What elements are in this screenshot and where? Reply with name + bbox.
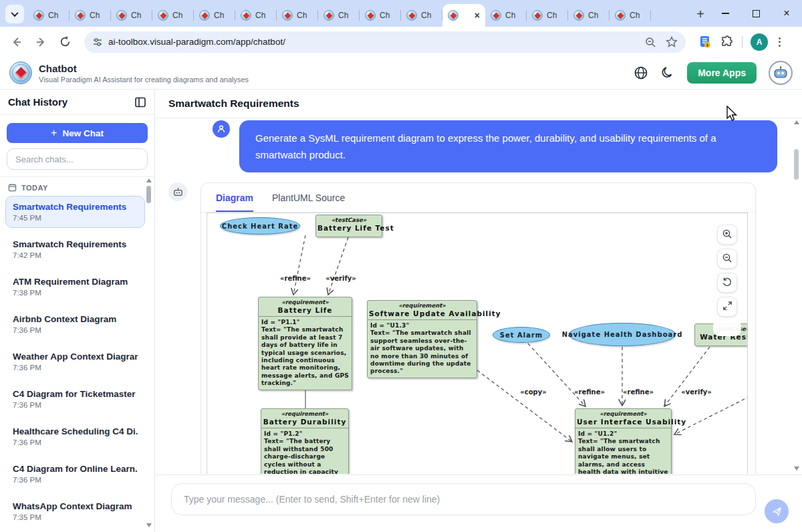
scroll-down-arrow-icon[interactable] [794, 467, 799, 471]
node-header: «requirement»Battery Durability [261, 409, 348, 428]
extensions-puzzle-icon[interactable] [720, 35, 734, 49]
chat-history-item[interactable]: ATM Requirement Diagram7:38 PM [5, 271, 145, 303]
node-body: Id = "U1.3"Text= "The smartwatch shall s… [368, 320, 477, 378]
chat-history-item[interactable]: Smartwatch Requirements7:45 PM [5, 196, 145, 228]
chat-item-title: WhatsApp Context Diagram [13, 501, 138, 511]
browser-tab-active[interactable]: × [442, 4, 485, 27]
testcase-battery-life-test[interactable]: «testCase»Battery Life Test [315, 215, 382, 237]
scroll-up-arrow-icon[interactable] [794, 120, 799, 124]
tab-strip: ChChChChChChChChChCh×ChChChCh [28, 0, 688, 27]
visual-paradigm-favicon [116, 10, 127, 21]
diagram-edge [328, 237, 348, 295]
browser-menu-button[interactable] [776, 35, 783, 49]
bookmark-star-icon[interactable] [666, 36, 678, 48]
app-header: Chatbot Visual Paradigm AI Assistant for… [0, 57, 802, 90]
more-apps-button[interactable]: More Apps [687, 62, 757, 84]
browser-tab[interactable]: Ch [485, 4, 527, 27]
usecase-check-heart-rate[interactable]: Check Heart Rate [220, 217, 300, 235]
sidebar-scrollbar[interactable] [145, 176, 153, 529]
collapse-sidebar-icon[interactable] [134, 96, 146, 108]
url-text[interactable]: ai-toolbox.visual-paradigm.com/app/chatb… [108, 37, 644, 47]
new-chat-button[interactable]: +New Chat [7, 123, 148, 143]
browser-tab[interactable]: Ch [568, 4, 610, 27]
tab-search-chevron-button[interactable] [5, 5, 24, 23]
user-message-bubble: Generate a SysML requirement diagram to … [239, 120, 777, 172]
browser-tab[interactable]: Ch [152, 4, 194, 27]
chat-history-item[interactable]: Smartwatch Requirements7:42 PM [5, 233, 145, 265]
usecase-navigate-health-dashboard[interactable]: Navigate Health Dashboard [569, 323, 676, 346]
zoom-out-page-icon[interactable] [644, 36, 656, 48]
robot-face-icon [773, 65, 789, 81]
chat-history-item[interactable]: Healthcare Scheduling C4 Di...7:36 PM [5, 420, 145, 452]
chat-history-item[interactable]: C4 Diagram for Online Learn...7:36 PM [5, 458, 145, 490]
browser-tab[interactable]: Ch [610, 4, 651, 27]
reload-button[interactable] [55, 32, 75, 52]
browser-tab[interactable]: Ch [401, 4, 442, 27]
main-scrollbar[interactable] [793, 118, 801, 473]
scroll-down-arrow-icon[interactable] [146, 523, 152, 527]
tab-diagram[interactable]: Diagram [216, 183, 253, 212]
back-button[interactable] [7, 32, 27, 52]
usecase-label: Check Heart Rate [222, 223, 298, 230]
visual-paradigm-favicon [241, 10, 251, 21]
scroll-up-arrow-icon[interactable] [146, 178, 152, 182]
tab-close-icon[interactable]: × [475, 11, 480, 20]
language-globe-icon[interactable] [634, 65, 648, 80]
dark-mode-moon-icon[interactable] [660, 65, 675, 80]
chat-history-item[interactable]: Weather App Context Diagram7:36 PM [5, 346, 145, 378]
usecase-label: Navigate Health Dashboard [562, 331, 683, 338]
requirement-battery-life[interactable]: «requirement»Battery LifeId = "P1.1"Text… [258, 297, 352, 390]
requirement-user-interface-usability[interactable]: «requirement»User Interface UsabilityId … [575, 408, 672, 474]
new-tab-button[interactable]: + [691, 5, 710, 23]
chat-history-item[interactable]: WhatsApp Context Diagram7:35 PM [5, 495, 145, 527]
browser-tab[interactable]: Ch [527, 4, 568, 27]
requirement-battery-durability[interactable]: «requirement»Battery DurabilityId = "P1.… [261, 408, 349, 474]
node-stereotype: «requirement» [577, 410, 670, 417]
section-label-today: TODAY [21, 184, 48, 192]
browser-tab[interactable]: Ch [360, 4, 401, 27]
node-body-line: Id = "P1.2" [264, 430, 346, 438]
browser-tab[interactable]: Ch [28, 4, 70, 27]
diagram-viewport[interactable]: Check Heart Rate«testCase»Battery Life T… [207, 213, 748, 474]
window-close-button[interactable]: × [771, 0, 802, 27]
site-settings-icon[interactable] [92, 37, 103, 47]
node-body-line: Text= "The smartwatch shall allow users … [578, 438, 668, 474]
message-input[interactable] [172, 484, 755, 515]
tab-plantuml-source[interactable]: PlantUML Source [272, 183, 345, 212]
browser-tab[interactable]: Ch [235, 4, 277, 27]
diagram-card-tabs: Diagram PlantUML Source [201, 183, 755, 213]
scrollbar-thumb[interactable] [794, 149, 799, 180]
node-header: «testCase»Battery Life Test [316, 215, 382, 234]
chat-history-item[interactable]: Airbnb Context Diagram7:36 PM [5, 308, 145, 340]
visual-paradigm-favicon [448, 10, 458, 21]
forward-button[interactable] [31, 32, 51, 52]
back-arrow-icon [11, 36, 23, 48]
requirement-software-update-availability[interactable]: «requirement»Software Update Availabilit… [367, 300, 477, 378]
window-minimize-button[interactable] [710, 0, 741, 27]
browser-tab[interactable]: Ch [277, 4, 318, 27]
profile-avatar[interactable]: A [751, 33, 768, 51]
browser-tab[interactable]: Ch [318, 4, 360, 27]
chevron-down-icon [11, 9, 18, 17]
browser-tab[interactable]: Ch [111, 4, 152, 27]
tab-label: Ch [297, 11, 310, 20]
minimize-icon [722, 13, 729, 13]
browser-tab[interactable]: Ch [194, 4, 235, 27]
url-bar[interactable]: ai-toolbox.visual-paradigm.com/app/chatb… [84, 31, 686, 53]
usecase-set-alarm[interactable]: Set Alarm [493, 327, 550, 343]
fullscreen-button[interactable] [717, 297, 737, 317]
node-name: Battery Durability [263, 418, 347, 426]
chatbot-badge-icon[interactable] [769, 61, 793, 85]
send-button[interactable] [765, 499, 789, 523]
window-controls: × [710, 0, 802, 27]
browser-tab[interactable]: Ch [70, 4, 111, 27]
window-maximize-button[interactable] [741, 0, 771, 27]
search-chats-input[interactable] [7, 148, 148, 170]
scrollbar-thumb[interactable] [146, 186, 151, 203]
zoom-in-button[interactable] [717, 225, 737, 245]
chat-history-item[interactable]: C4 Diagram for Ticketmaster7:36 PM [5, 383, 145, 415]
reset-button[interactable] [717, 273, 737, 293]
extension-docs-icon[interactable] [698, 35, 712, 49]
zoom-out-button[interactable] [717, 249, 737, 269]
chat-item-time: 7:45 PM [13, 214, 138, 222]
